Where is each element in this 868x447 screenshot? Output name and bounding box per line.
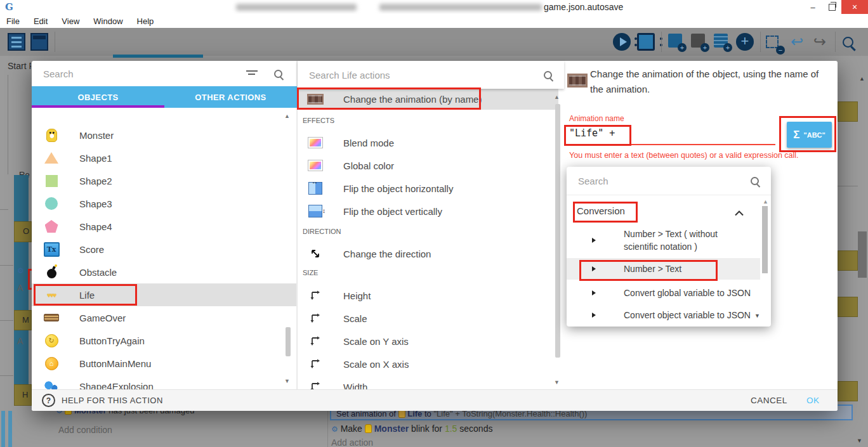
circle-object-icon xyxy=(43,196,60,211)
action-row-change-direction[interactable]: Change the direction xyxy=(298,242,558,265)
object-row-obstacle[interactable]: Obstacle xyxy=(32,261,296,283)
blurred-title-left xyxy=(236,4,357,11)
search-toolbar-icon[interactable] xyxy=(843,37,860,55)
events-sheet-icon[interactable] xyxy=(8,33,25,51)
film-icon xyxy=(306,92,324,107)
action-row-flip-horizontally[interactable]: Flip the object horizontally xyxy=(298,177,558,200)
gdevelop-logo-icon: G xyxy=(5,1,13,13)
action-row-global-color[interactable]: Global color xyxy=(298,154,558,177)
home-button-object-icon xyxy=(43,356,60,371)
action-row-scale[interactable]: Scale xyxy=(298,307,558,330)
resize-arrow-icon xyxy=(306,356,324,372)
menu-bar: File Edit View Window Help xyxy=(0,14,868,28)
event-block xyxy=(838,381,858,401)
search-icon xyxy=(544,71,552,79)
action-row-blend-mode[interactable]: Blend mode xyxy=(298,131,558,154)
restore-icon xyxy=(829,4,836,11)
add-comment-icon[interactable]: + xyxy=(690,33,708,51)
field-error-underline xyxy=(569,144,775,145)
expression-search-row xyxy=(567,167,771,195)
object-row-buttontryagain[interactable]: ButtonTryAgain xyxy=(32,329,296,352)
ok-button[interactable]: OK xyxy=(806,396,820,405)
menu-help[interactable]: Help xyxy=(137,16,154,26)
objects-panel: OBJECTS OTHER ACTIONS Monster Shape1 Sha… xyxy=(32,61,297,389)
remove-selection-icon[interactable]: − xyxy=(766,36,784,53)
expression-item-global-var-json[interactable]: Convert global variable to JSON xyxy=(567,282,760,303)
debug-icon[interactable] xyxy=(637,33,655,51)
app-window: G game.json.autosave – × File Edit View … xyxy=(0,0,868,447)
scroll-down-icon[interactable]: ▼ xyxy=(857,437,862,444)
action-row-height[interactable]: Height xyxy=(298,284,558,307)
list-scroll-up-icon[interactable]: ▲ xyxy=(554,94,560,100)
menu-view[interactable]: View xyxy=(62,16,79,26)
action-row-scale-x[interactable]: Scale on X axis xyxy=(298,353,558,375)
popover-scrollbar[interactable]: ▲ xyxy=(762,198,768,319)
vertical-scrollbar[interactable] xyxy=(858,231,867,278)
action-row-change-animation-by-name[interactable]: Change the animation (by name) xyxy=(298,89,558,110)
object-row-shape4[interactable]: Shape4 xyxy=(32,215,296,238)
play-icon[interactable] xyxy=(613,33,631,51)
resize-arrow-icon xyxy=(306,311,324,326)
action-row-flip-vertically[interactable]: Flip the object vertically xyxy=(298,200,558,223)
list-scroll-down-icon[interactable]: ▼ xyxy=(754,313,760,319)
section-header-effects: EFFECTS xyxy=(303,117,334,124)
objects-list-scrollbar[interactable] xyxy=(286,327,291,356)
filter-icon[interactable] xyxy=(246,70,258,77)
expression-item-number-to-text[interactable]: Number > Text xyxy=(567,258,760,280)
add-sub-event-icon[interactable]: + xyxy=(667,33,685,51)
add-condition-link: Add condition xyxy=(58,425,112,435)
rainbow-icon xyxy=(306,135,324,150)
caret-right-icon xyxy=(592,266,596,271)
event-block xyxy=(838,101,858,122)
list-scroll-down-icon[interactable]: ▼ xyxy=(554,379,560,385)
monster-object-icon xyxy=(43,127,60,143)
redo-icon[interactable]: ↪ xyxy=(811,33,829,51)
restore-button[interactable] xyxy=(822,0,841,14)
object-row-shape2[interactable]: Shape2 xyxy=(32,169,296,192)
add-icon[interactable]: + xyxy=(736,33,754,51)
object-row-life[interactable]: ♥♥♥ Life xyxy=(32,283,296,306)
panel-tabs: OBJECTS OTHER ACTIONS xyxy=(32,86,297,108)
scene-editor-icon[interactable] xyxy=(30,33,48,51)
actions-search-input[interactable] xyxy=(308,69,526,81)
expression-editor-button[interactable]: Σ "ABC" xyxy=(787,122,832,148)
minimize-button[interactable]: – xyxy=(803,0,822,14)
menu-file[interactable]: File xyxy=(6,16,20,26)
toolbar: + + + + − ↩ ↪ xyxy=(0,28,868,56)
action-row-scale-y[interactable]: Scale on Y axis xyxy=(298,330,558,353)
undo-icon[interactable]: ↩ xyxy=(788,33,806,51)
text-object-icon: Tx xyxy=(43,242,60,257)
bomb-object-icon xyxy=(43,264,60,280)
list-scroll-down-icon[interactable]: ▼ xyxy=(284,378,290,384)
tab-other-actions[interactable]: OTHER ACTIONS xyxy=(164,86,297,108)
object-row-buttonmainmenu[interactable]: ButtonMainMenu xyxy=(32,352,296,375)
expression-item-object-var-json[interactable]: Convert object variable to JSON xyxy=(567,304,760,325)
expression-search-input[interactable] xyxy=(577,175,738,187)
close-button[interactable]: × xyxy=(841,0,868,14)
object-row-gameover[interactable]: GameOver xyxy=(32,306,296,329)
expression-item-number-to-text-no-sci[interactable]: Number > Text ( without scientific notat… xyxy=(567,224,760,257)
caret-right-icon xyxy=(592,238,596,243)
group-conversion[interactable]: Conversion xyxy=(567,200,760,221)
actions-list-scrollbar[interactable] xyxy=(555,104,560,358)
object-row-shape3[interactable]: Shape3 xyxy=(32,192,296,215)
active-scene-tab-indicator xyxy=(113,55,203,58)
scroll-up-icon[interactable]: ▲ xyxy=(859,75,865,82)
help-link[interactable]: HELP FOR THIS ACTION xyxy=(62,396,163,405)
menu-edit[interactable]: Edit xyxy=(34,16,48,26)
menu-window[interactable]: Window xyxy=(93,16,122,26)
animation-name-input[interactable]: "Life" + xyxy=(569,127,615,139)
objects-search-input[interactable] xyxy=(42,68,235,80)
tab-objects[interactable]: OBJECTS xyxy=(32,86,164,108)
add-event-icon[interactable]: + xyxy=(713,33,731,51)
section-header-direction: DIRECTION xyxy=(303,228,341,235)
chevron-up-icon xyxy=(735,207,744,218)
cancel-button[interactable]: CANCEL xyxy=(751,396,787,405)
object-row-monster[interactable]: Monster xyxy=(32,124,296,146)
event-block xyxy=(838,297,858,317)
object-row-shape1[interactable]: Shape1 xyxy=(32,146,296,169)
list-scroll-up-icon[interactable]: ▲ xyxy=(284,113,290,119)
object-row-score[interactable]: Tx Score xyxy=(32,238,296,261)
banner-object-icon xyxy=(43,310,60,325)
active-tab-underline xyxy=(32,105,164,108)
